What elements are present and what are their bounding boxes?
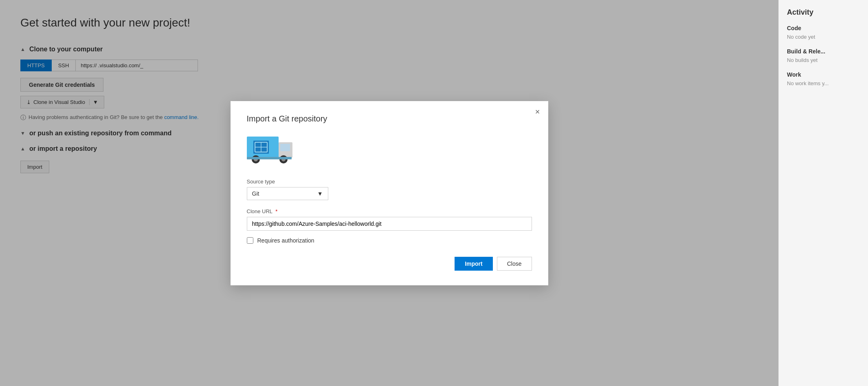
clone-url-input[interactable] — [247, 217, 532, 231]
modal-close-button[interactable]: × — [535, 108, 540, 116]
truck-illustration — [247, 133, 532, 179]
modal-footer: Import Close — [247, 257, 532, 271]
requires-auth-label[interactable]: Requires authorization — [257, 237, 314, 244]
modal-title: Import a Git repository — [247, 114, 532, 124]
sidebar-title: Activity — [787, 8, 860, 17]
modal-close-secondary-button[interactable]: Close — [497, 257, 532, 271]
main-content: Get started with your new project! ▲ Clo… — [0, 0, 778, 386]
truck-undercarriage — [247, 157, 292, 159]
source-type-label: Source type — [247, 179, 532, 185]
import-git-modal: × Import a Git repository — [231, 101, 548, 285]
source-type-container: Source type Git ▼ — [247, 179, 532, 200]
activity-sidebar: Activity Code No code yet Build & Rele..… — [778, 0, 868, 386]
source-type-value: Git — [252, 190, 259, 197]
clone-url-label: Clone URL * — [247, 208, 532, 214]
clone-url-container: Clone URL * — [247, 208, 532, 237]
requires-auth-checkbox[interactable] — [247, 237, 253, 244]
work-section-title: Work — [787, 71, 860, 78]
truck-window — [280, 144, 290, 151]
modal-overlay: × Import a Git repository — [0, 0, 778, 386]
source-type-select[interactable]: Git ▼ — [247, 187, 328, 200]
work-empty-text: No work items y... — [787, 80, 860, 86]
build-section-title: Build & Rele... — [787, 48, 860, 55]
code-empty-text: No code yet — [787, 34, 860, 40]
modal-import-button[interactable]: Import — [455, 257, 493, 271]
code-section-title: Code — [787, 25, 860, 31]
build-empty-text: No builds yet — [787, 57, 860, 63]
clone-url-required-indicator: * — [275, 208, 277, 214]
source-type-chevron-icon: ▼ — [317, 190, 323, 197]
requires-auth-row: Requires authorization — [247, 237, 532, 244]
truck-svg — [247, 133, 296, 166]
